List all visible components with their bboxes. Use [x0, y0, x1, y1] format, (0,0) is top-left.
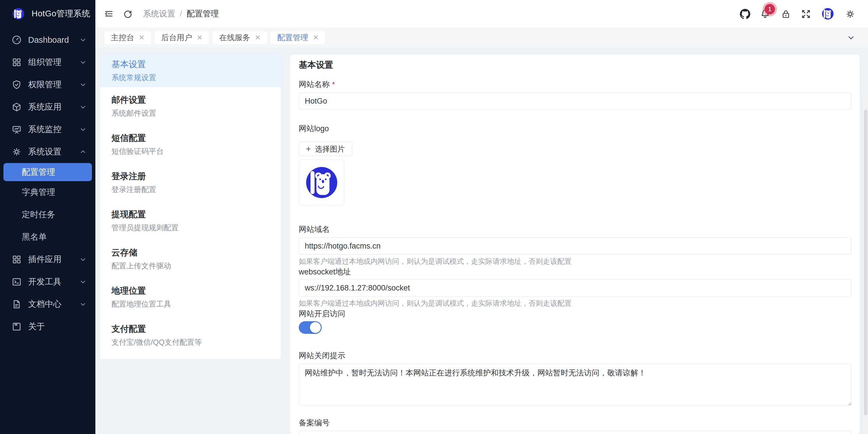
site-logo-label: 网站logo: [299, 123, 851, 134]
lock-icon[interactable]: [781, 9, 790, 19]
settings-nav-login[interactable]: 登录注册 登录注册配置: [100, 164, 281, 202]
app-logo-icon: [11, 7, 25, 21]
settings-gear-icon[interactable]: [845, 9, 855, 19]
settings-nav-payment[interactable]: 支付配置 支付宝/微信/QQ支付配置等: [100, 316, 281, 355]
websocket-label: websocket地址: [299, 266, 851, 277]
notifications-button[interactable]: 1: [760, 9, 770, 19]
menu-collapse-icon[interactable]: [104, 9, 114, 19]
sidebar-subitem-label: 黑名单: [22, 231, 47, 243]
settings-nav-title: 云存储: [112, 246, 270, 259]
sidebar-item-docs[interactable]: 文档中心: [0, 293, 95, 315]
sidebar-menu: Dashboard 组织管理: [0, 28, 95, 338]
choose-image-button[interactable]: + 选择图片: [299, 142, 352, 156]
plus-icon: +: [306, 145, 311, 153]
settings-nav-withdraw[interactable]: 提现配置 管理员提现规则配置: [100, 202, 281, 240]
tab-config-management[interactable]: 配置管理 ✕: [271, 31, 325, 44]
websocket-hint: 如果客户端通过本地或内网访问，则认为是调试模式，走实际请求地址，否则走该配置: [299, 298, 851, 308]
breadcrumb: 系统设置 / 配置管理: [143, 8, 219, 19]
chevron-down-icon: [79, 301, 87, 308]
settings-nav-wechat[interactable]: 微信配置 公众号/开放平台/小程序配置等: [100, 355, 281, 359]
sidebar-item-label: 插件应用: [28, 254, 79, 265]
tab-list-chevron-down-icon[interactable]: [847, 33, 855, 42]
tab-close-icon[interactable]: ✕: [313, 34, 318, 41]
logo-preview[interactable]: [299, 160, 344, 205]
sidebar-item-label: 文档中心: [28, 299, 79, 310]
sidebar-item-label: 权限管理: [28, 79, 79, 91]
icp-label: 备案编号: [299, 417, 851, 429]
sidebar-item-dashboard[interactable]: Dashboard: [0, 29, 95, 51]
site-domain-label: 网站域名: [299, 224, 851, 235]
sidebar-subitem-blacklist[interactable]: 黑名单: [0, 226, 95, 248]
scrollbar-thumb[interactable]: [864, 110, 867, 415]
site-access-label: 网站开启访问: [299, 308, 851, 320]
site-logo-image: [303, 164, 340, 201]
settings-nav-title: 登录注册: [112, 170, 270, 182]
sidebar-item-label: 组织管理: [28, 57, 79, 68]
sidebar-subitem-config-management[interactable]: 配置管理: [3, 163, 92, 181]
sidebar-item-about[interactable]: 关于: [0, 315, 95, 338]
scrollbar-track: [863, 95, 868, 434]
tab-close-icon[interactable]: ✕: [255, 34, 260, 41]
sidebar-item-system-apps[interactable]: 系统应用: [0, 96, 95, 118]
settings-nav-subtitle: 支付宝/微信/QQ支付配置等: [112, 336, 270, 348]
settings-nav-title: 地理位置: [112, 285, 270, 297]
settings-nav-email[interactable]: 邮件设置 系统邮件设置: [100, 87, 281, 126]
sidebar-item-label: 开发工具: [28, 276, 79, 288]
dashboard-icon: [11, 35, 22, 45]
app-title: HotGo管理系统: [32, 8, 90, 20]
settings-nav-basic[interactable]: 基本设置 系统常规设置: [100, 55, 281, 87]
chevron-down-icon: [79, 126, 87, 133]
icp-input[interactable]: [299, 431, 851, 434]
sidebar-subitem-scheduled-tasks[interactable]: 定时任务: [0, 203, 95, 226]
sidebar-item-label: Dashboard: [28, 35, 79, 45]
sidebar-subitem-label: 配置管理: [22, 166, 55, 178]
breadcrumb-parent[interactable]: 系统设置: [143, 8, 175, 19]
sidebar-subitem-dictionary[interactable]: 字典管理: [0, 181, 95, 203]
content-area: 基本设置 系统常规设置 邮件设置 系统邮件设置 短信配置 短信验证码平台 登录注…: [95, 48, 868, 434]
settings-nav-cloud-storage[interactable]: 云存储 配置上传文件驱动: [100, 240, 281, 278]
settings-nav-geo[interactable]: 地理位置 配置地理位置工具: [100, 278, 281, 316]
settings-nav-subtitle: 系统邮件设置: [112, 107, 270, 119]
site-access-toggle[interactable]: [299, 321, 322, 334]
close-tip-textarea[interactable]: 网站维护中，暂时无法访问！本网站正在进行系统维护和技术升级，网站暂时无法访问，敬…: [299, 364, 851, 406]
settings-nav-subtitle: 短信验证码平台: [112, 145, 270, 157]
sidebar-item-permissions[interactable]: 权限管理: [0, 73, 95, 96]
gear-icon: [11, 147, 22, 157]
fullscreen-icon[interactable]: [801, 9, 811, 19]
settings-nav-subtitle: 配置地理位置工具: [112, 298, 270, 310]
grid-icon: [11, 57, 22, 67]
top-header: 系统设置 / 配置管理 1: [95, 0, 868, 28]
chevron-down-icon: [79, 278, 87, 286]
sidebar-item-system-monitor[interactable]: 系统监控: [0, 118, 95, 141]
sidebar-item-label: 系统监控: [28, 124, 79, 135]
site-domain-input[interactable]: [299, 237, 851, 255]
tab-label: 在线服务: [219, 32, 250, 43]
refresh-icon[interactable]: [123, 9, 133, 19]
tab-dashboard[interactable]: 主控台 ✕: [104, 31, 151, 44]
app-logo-row[interactable]: HotGo管理系统: [0, 0, 95, 28]
site-name-input[interactable]: [299, 93, 851, 110]
header-actions: 1: [740, 7, 855, 21]
shield-check-icon: [11, 79, 22, 90]
choose-image-label: 选择图片: [315, 144, 345, 154]
sidebar-item-organization[interactable]: 组织管理: [0, 51, 95, 73]
tab-close-icon[interactable]: ✕: [139, 34, 145, 41]
tab-bar: 主控台 ✕ 后台用户 ✕ 在线服务 ✕ 配置管理 ✕: [95, 28, 868, 48]
sidebar-item-dev-tools[interactable]: 开发工具: [0, 271, 95, 293]
sidebar-subitem-label: 字典管理: [22, 187, 55, 198]
tab-admin-users[interactable]: 后台用户 ✕: [155, 31, 209, 44]
sidebar-item-plugins[interactable]: 插件应用: [0, 248, 95, 271]
terminal-icon: [11, 277, 22, 287]
sidebar-item-label: 系统设置: [28, 146, 79, 158]
settings-nav-title: 邮件设置: [112, 94, 270, 106]
sidebar-item-system-settings[interactable]: 系统设置: [0, 141, 95, 163]
monitor-chart-icon: [11, 124, 22, 135]
avatar[interactable]: [821, 7, 835, 21]
github-icon[interactable]: [740, 9, 750, 19]
settings-nav-sms[interactable]: 短信配置 短信验证码平台: [100, 126, 281, 164]
tab-close-icon[interactable]: ✕: [197, 34, 203, 41]
tab-online-service[interactable]: 在线服务 ✕: [213, 31, 267, 44]
chevron-down-icon: [79, 256, 87, 263]
breadcrumb-separator: /: [180, 9, 182, 19]
websocket-input[interactable]: [299, 279, 851, 297]
